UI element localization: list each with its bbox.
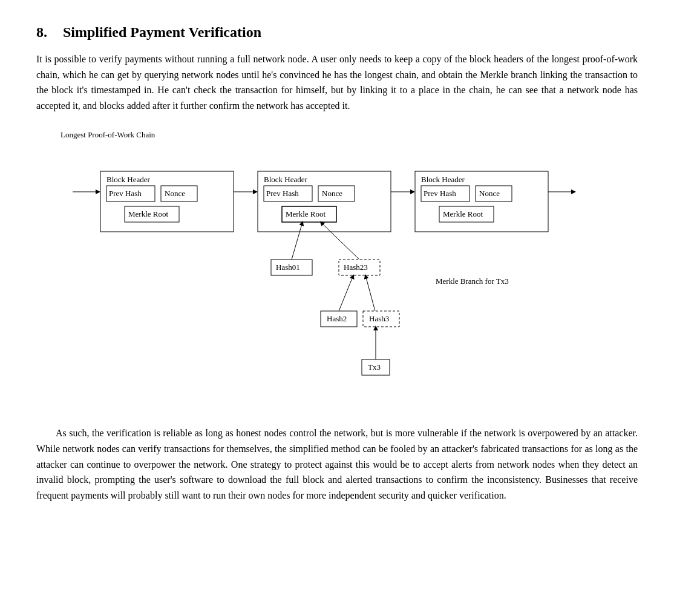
svg-text:Block Header: Block Header bbox=[421, 175, 465, 184]
svg-text:Tx3: Tx3 bbox=[368, 362, 381, 372]
svg-text:Block Header: Block Header bbox=[106, 175, 151, 184]
svg-text:Merkle Root: Merkle Root bbox=[443, 209, 483, 218]
svg-text:Prev Hash: Prev Hash bbox=[109, 189, 142, 198]
blockchain-diagram: Block Header Prev Hash Nonce Merkle Root… bbox=[61, 145, 653, 405]
outro-paragraph: As such, the verification is reliable as… bbox=[36, 425, 638, 503]
svg-line-43 bbox=[365, 275, 375, 311]
svg-text:Nonce: Nonce bbox=[479, 189, 500, 198]
svg-text:Hash01: Hash01 bbox=[276, 263, 300, 272]
svg-line-42 bbox=[339, 275, 353, 311]
svg-text:Merkle Root: Merkle Root bbox=[286, 209, 326, 218]
chain-label: Longest Proof-of-Work Chain bbox=[61, 130, 638, 140]
svg-marker-21 bbox=[410, 189, 415, 194]
diagram-area: Longest Proof-of-Work Chain Block Header… bbox=[61, 130, 638, 407]
svg-text:Merkle Root: Merkle Root bbox=[128, 209, 168, 218]
svg-text:Merkle Branch for Tx3: Merkle Branch for Tx3 bbox=[436, 277, 509, 286]
svg-text:Hash3: Hash3 bbox=[369, 314, 389, 323]
svg-marker-1 bbox=[96, 189, 100, 194]
section-title: Simplified Payment Verification bbox=[63, 24, 261, 40]
svg-text:Prev Hash: Prev Hash bbox=[266, 189, 299, 198]
svg-text:Hash23: Hash23 bbox=[344, 263, 368, 272]
svg-marker-31 bbox=[571, 189, 576, 194]
svg-marker-11 bbox=[253, 189, 258, 194]
section-number: 8. bbox=[36, 24, 47, 40]
svg-text:Hash2: Hash2 bbox=[327, 314, 347, 323]
svg-text:Nonce: Nonce bbox=[165, 189, 185, 198]
intro-paragraph: It is possible to verify payments withou… bbox=[36, 51, 638, 113]
section-heading: 8. Simplified Payment Verification bbox=[36, 24, 638, 41]
svg-text:Nonce: Nonce bbox=[322, 189, 342, 198]
svg-text:Block Header: Block Header bbox=[264, 175, 308, 184]
svg-text:Prev Hash: Prev Hash bbox=[424, 189, 456, 198]
